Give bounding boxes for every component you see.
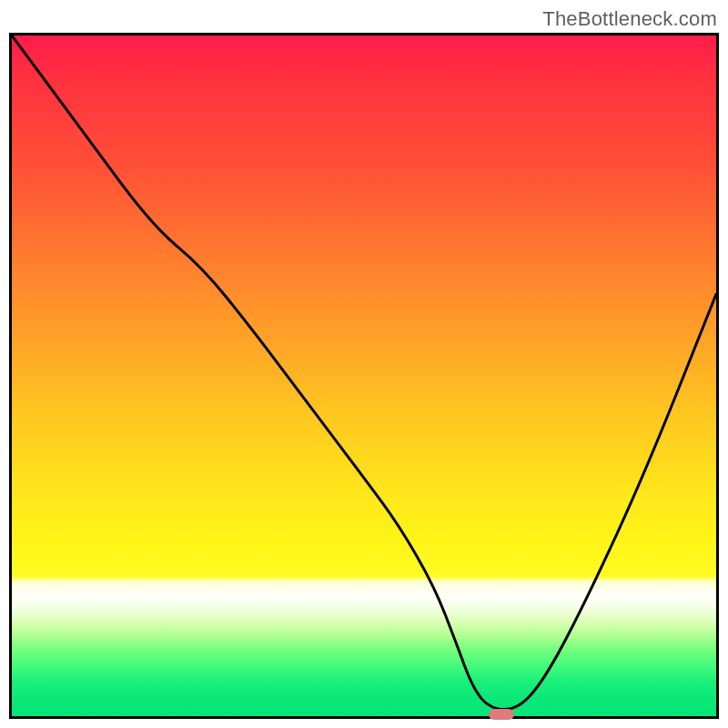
curve-svg (12, 35, 716, 716)
bottleneck-curve (12, 35, 716, 710)
chart-container: TheBottleneck.com (0, 0, 728, 728)
plot-area (9, 33, 719, 719)
watermark-text: TheBottleneck.com (542, 7, 717, 31)
optimal-marker (489, 709, 514, 720)
